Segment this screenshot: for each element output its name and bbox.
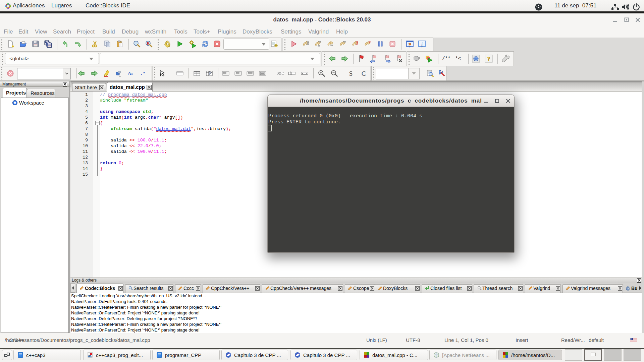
svg-text:R: R: [147, 42, 150, 45]
svg-text:a: a: [131, 72, 133, 76]
svg-text:S: S: [349, 70, 353, 77]
svg-text:C: C: [362, 70, 366, 77]
svg-text:.*: .*: [140, 71, 146, 76]
svg-text:i: i: [421, 42, 423, 47]
svg-text:?: ?: [487, 56, 490, 62]
